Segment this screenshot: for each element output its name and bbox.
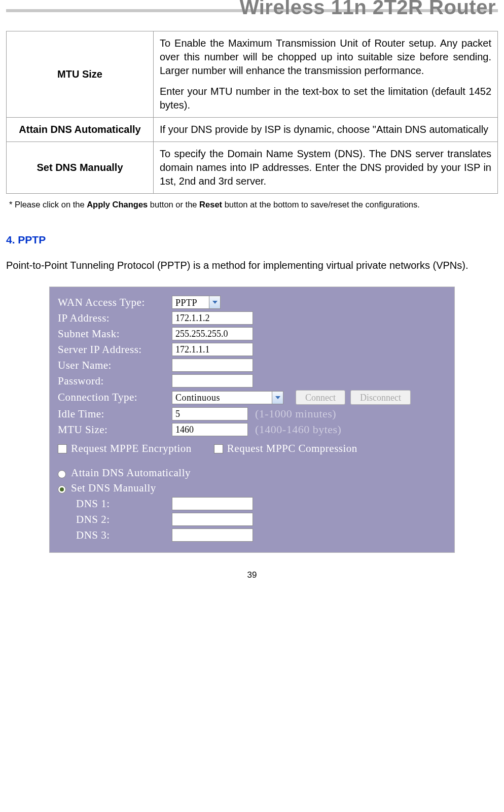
svg-marker-0 xyxy=(212,301,218,304)
chevron-down-icon[interactable] xyxy=(272,392,283,404)
mtu-size-input[interactable] xyxy=(172,423,248,436)
dns2-label: DNS 2: xyxy=(58,513,167,526)
note-bold: Apply Changes xyxy=(87,200,148,209)
idle-time-label: Idle Time: xyxy=(58,408,167,420)
def-val: To specify the Domain Name System (DNS).… xyxy=(154,142,498,194)
table-row: Attain DNS Automatically If your DNS pro… xyxy=(7,118,498,142)
section-lead: Point-to-Point Tunneling Protocol (PPTP)… xyxy=(6,255,498,275)
connection-type-label: Connection Type: xyxy=(58,391,167,404)
mppe-checkbox[interactable] xyxy=(58,444,67,453)
dns1-label: DNS 1: xyxy=(58,498,167,510)
chevron-down-icon[interactable] xyxy=(209,296,220,308)
set-dns-label: Set DNS Manually xyxy=(71,482,156,495)
password-input[interactable] xyxy=(172,374,253,387)
note-text: button at the bottom to save/reset the c… xyxy=(222,200,420,209)
username-label: User Name: xyxy=(58,359,167,372)
def-val: To Enable the Maximum Transmission Unit … xyxy=(154,31,498,118)
wan-label: WAN Access Type: xyxy=(58,296,167,309)
dns3-input[interactable] xyxy=(172,528,253,542)
idle-time-input[interactable] xyxy=(172,407,248,420)
mtu-size-hint: (1400-1460 bytes) xyxy=(255,423,341,436)
set-dns-radio[interactable] xyxy=(58,485,66,493)
ip-label: IP Address: xyxy=(58,312,167,325)
mppc-checkbox[interactable] xyxy=(214,444,223,453)
idle-time-hint: (1-1000 minutes) xyxy=(255,407,336,420)
mask-label: Subnet Mask: xyxy=(58,328,167,340)
attain-dns-radio[interactable] xyxy=(58,470,66,478)
server-ip-label: Server IP Address: xyxy=(58,343,167,356)
mppe-label: Request MPPE Encryption xyxy=(71,442,192,455)
def-para: To Enable the Maximum Transmission Unit … xyxy=(160,37,491,78)
disconnect-button[interactable]: Disconnect xyxy=(350,390,411,405)
note-text: * Please click on the xyxy=(9,200,87,209)
note-bold: Reset xyxy=(199,200,222,209)
note-text: button or the xyxy=(148,200,199,209)
ip-input[interactable] xyxy=(172,311,253,325)
table-row: MTU Size To Enable the Maximum Transmiss… xyxy=(7,31,498,118)
wan-select[interactable]: PPTP xyxy=(172,296,221,309)
connect-button[interactable]: Connect xyxy=(296,390,345,405)
section-heading: 4. PPTP xyxy=(6,234,498,246)
subnet-mask-input[interactable] xyxy=(172,327,253,340)
page-number: 39 xyxy=(6,570,498,580)
pptp-settings-panel: WAN Access Type: PPTP IP Address: Subnet… xyxy=(49,287,455,553)
mtu-size-label: MTU Size: xyxy=(58,423,167,436)
server-ip-input[interactable] xyxy=(172,343,253,356)
radio-selected-dot xyxy=(60,487,64,491)
svg-marker-1 xyxy=(275,396,280,399)
def-para: Enter your MTU number in the text-box to… xyxy=(160,85,491,112)
connection-type-select[interactable]: Continuous xyxy=(172,391,283,404)
footnote: * Please click on the Apply Changes butt… xyxy=(9,200,495,209)
def-key: Attain DNS Automatically xyxy=(7,118,154,142)
dns1-input[interactable] xyxy=(172,497,253,510)
connection-type-value: Continuous xyxy=(172,392,272,404)
def-key: MTU Size xyxy=(7,31,154,118)
username-input[interactable] xyxy=(172,359,253,372)
dns2-input[interactable] xyxy=(172,513,253,526)
password-label: Password: xyxy=(58,375,167,387)
def-para: To specify the Domain Name System (DNS).… xyxy=(160,147,491,188)
def-key: Set DNS Manually xyxy=(7,142,154,194)
wan-select-value: PPTP xyxy=(172,296,209,308)
def-para: If your DNS provide by ISP is dynamic, c… xyxy=(160,123,491,136)
def-val: If your DNS provide by ISP is dynamic, c… xyxy=(154,118,498,142)
table-row: Set DNS Manually To specify the Domain N… xyxy=(7,142,498,194)
mppc-label: Request MPPC Compression xyxy=(227,442,357,455)
page-title: Wireless 11n 2T2R Router xyxy=(6,0,498,19)
definitions-table: MTU Size To Enable the Maximum Transmiss… xyxy=(6,31,498,194)
dns3-label: DNS 3: xyxy=(58,529,167,542)
attain-dns-label: Attain DNS Automatically xyxy=(71,467,191,479)
